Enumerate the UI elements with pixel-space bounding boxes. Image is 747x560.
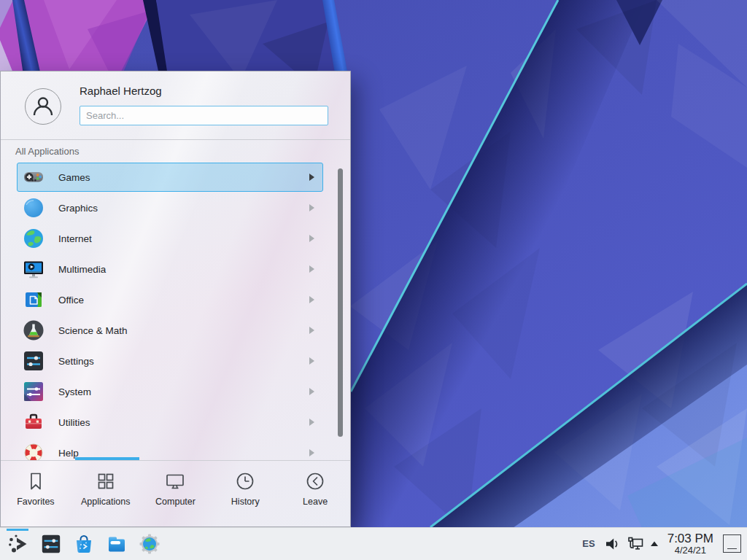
- internet-icon: [22, 227, 45, 250]
- search-input[interactable]: [80, 106, 328, 125]
- category-list: Games Graphics: [1, 162, 350, 460]
- application-launcher-popup: Raphael Hertzog All Applications: [0, 71, 351, 527]
- category-label: Games: [58, 172, 90, 183]
- submenu-arrow-icon: [309, 265, 314, 273]
- app-launcher-button[interactable]: [7, 532, 30, 556]
- clock-date: 4/24/21: [667, 545, 713, 556]
- computer-icon: [164, 470, 186, 492]
- submenu-arrow-icon: [309, 204, 314, 211]
- section-label: All Applications: [15, 146, 79, 157]
- category-system[interactable]: System: [1, 376, 350, 407]
- system-settings-button[interactable]: [39, 532, 63, 556]
- favorites-icon: [25, 470, 47, 492]
- category-label: Graphics: [58, 203, 98, 214]
- taskbar-launchers: [7, 532, 161, 556]
- history-icon: [234, 470, 256, 492]
- category-settings[interactable]: Settings: [1, 346, 350, 376]
- category-help[interactable]: Help: [1, 438, 350, 460]
- discover-button[interactable]: [72, 532, 96, 556]
- category-internet[interactable]: Internet: [1, 223, 350, 254]
- volume-button[interactable]: [605, 537, 619, 551]
- category-label: System: [58, 386, 91, 397]
- games-icon: [22, 166, 45, 189]
- file-manager-button[interactable]: [105, 532, 128, 556]
- keyboard-layout-indicator[interactable]: ES: [582, 538, 595, 549]
- settings-icon: [22, 349, 45, 373]
- submenu-arrow-icon: [309, 327, 314, 334]
- category-multimedia[interactable]: Multimedia: [1, 254, 350, 284]
- expand-tray-button[interactable]: [650, 540, 659, 547]
- discover-icon: [72, 532, 96, 556]
- category-label: Utilities: [58, 417, 90, 428]
- tab-label: Favorites: [17, 497, 54, 507]
- clock-time: 7:03 PM: [667, 532, 713, 545]
- category-science-math[interactable]: Science & Math: [1, 315, 350, 346]
- launcher-active-indicator: [7, 529, 28, 531]
- launcher-tabbar: Favorites Applications Computer: [1, 461, 350, 527]
- user-name: Raphael Hertzog: [80, 85, 162, 97]
- submenu-arrow-icon: [309, 388, 314, 395]
- category-label: Science & Math: [58, 325, 128, 336]
- submenu-arrow-icon: [309, 419, 314, 426]
- submenu-arrow-icon: [309, 174, 314, 181]
- volume-icon: [605, 537, 619, 551]
- tab-label: History: [231, 497, 260, 507]
- expand-tray-icon: [650, 540, 659, 547]
- list-scrollbar[interactable]: [338, 168, 343, 437]
- science-icon: [22, 319, 45, 342]
- system-icon: [22, 380, 45, 403]
- kde-launcher-icon: [7, 532, 30, 556]
- help-icon: [22, 441, 45, 460]
- applications-icon: [95, 470, 117, 492]
- graphics-icon: [22, 196, 45, 219]
- tab-history[interactable]: History: [210, 461, 280, 527]
- user-icon: [31, 94, 55, 119]
- launcher-header: Raphael Hertzog: [1, 71, 350, 139]
- user-avatar[interactable]: [25, 88, 61, 125]
- show-desktop-button[interactable]: [723, 534, 741, 553]
- tab-leave[interactable]: Leave: [280, 461, 350, 527]
- category-utilities[interactable]: Utilities: [1, 407, 350, 438]
- category-label: Settings: [58, 356, 94, 367]
- category-games[interactable]: Games: [1, 162, 350, 192]
- digital-clock[interactable]: 7:03 PM 4/24/21: [667, 532, 713, 555]
- system-tray: ES 7:03 PM: [582, 532, 741, 555]
- submenu-arrow-icon: [309, 449, 314, 456]
- multimedia-icon: [22, 257, 45, 281]
- tab-label: Applications: [81, 497, 130, 507]
- taskbar-panel: ES 7:03 PM: [0, 527, 747, 560]
- tab-applications[interactable]: Applications: [71, 461, 141, 527]
- office-icon: [22, 288, 45, 311]
- folder-icon: [105, 532, 128, 556]
- tab-label: Computer: [155, 497, 196, 507]
- submenu-arrow-icon: [309, 296, 314, 303]
- category-office[interactable]: Office: [1, 284, 350, 315]
- network-button[interactable]: [627, 537, 643, 551]
- tab-computer[interactable]: Computer: [141, 461, 211, 527]
- category-graphics[interactable]: Graphics: [1, 192, 350, 223]
- category-label: Multimedia: [58, 264, 106, 275]
- tab-label: Leave: [303, 497, 328, 507]
- tab-favorites[interactable]: Favorites: [1, 461, 71, 527]
- submenu-arrow-icon: [309, 235, 314, 242]
- utilities-icon: [22, 411, 45, 434]
- network-icon: [627, 537, 643, 551]
- globe-gear-icon: [138, 532, 161, 556]
- web-browser-button[interactable]: [138, 532, 161, 556]
- category-label: Internet: [58, 233, 92, 244]
- submenu-arrow-icon: [309, 357, 314, 365]
- category-label: Office: [58, 295, 84, 306]
- leave-icon: [304, 470, 326, 492]
- system-settings-icon: [40, 533, 62, 555]
- header-divider: [1, 139, 350, 140]
